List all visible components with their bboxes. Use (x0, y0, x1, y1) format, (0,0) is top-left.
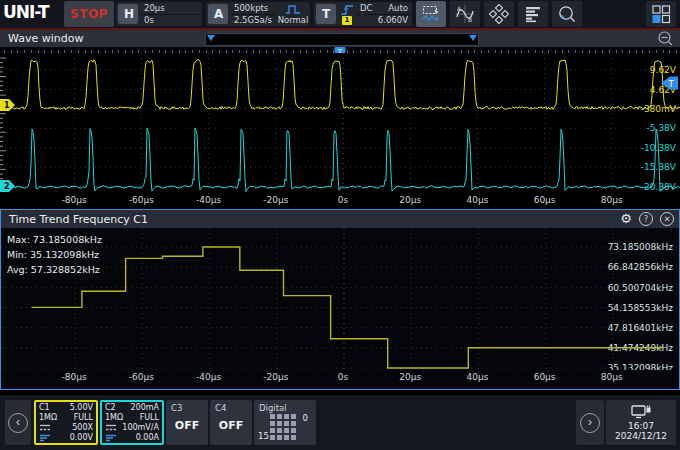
trigger-sweep-value[interactable]: Auto (388, 3, 408, 14)
channel2-box[interactable]: C2200mA 1MΩFULL 100mV/A 0.00A (100, 400, 164, 445)
x-tick-label: 20µs (399, 195, 421, 205)
trend-panel-title: Time Trend Frequency C1 (9, 213, 148, 226)
trend-statistics: Max: 73.185008kHz Min: 35.132098kHz Avg:… (7, 232, 102, 277)
trend-max-value: Max: 73.185008kHz (7, 232, 102, 247)
trigger-source-badge[interactable]: 1 (342, 16, 352, 25)
brand-logo: UNI-T (3, 2, 49, 22)
x-tick-label: -40µs (196, 195, 221, 205)
digital-channel-cell (270, 428, 275, 433)
acquire-menu-button[interactable]: A (208, 4, 228, 24)
wave-window-header: Wave window (0, 30, 680, 47)
trend-avg-value: Avg: 57.328852kHz (7, 262, 102, 277)
sine-ab-icon: A B (455, 4, 475, 24)
x-tick-label: 40µs (466, 195, 488, 205)
digital-channels-box[interactable]: Digital 0 15 (254, 400, 316, 445)
trigger-level-tag-label: T (667, 79, 674, 89)
digital-channel-cell (277, 421, 282, 426)
trigger-coupling-value[interactable]: DC (360, 3, 372, 14)
settings-gear-icon[interactable]: ⚙ (620, 212, 632, 226)
trigger-level-value[interactable]: 6.060V (356, 15, 412, 26)
horizontal-group: H 20µs 0s (116, 2, 202, 26)
system-date: 2024/12/12 (606, 431, 676, 441)
zoom-out-icon[interactable] (657, 30, 674, 47)
frequency-scale-label: 35.132098kHz (608, 363, 674, 370)
voltage-scale-label: -10.38V (641, 143, 677, 153)
frequency-scale-label: 54.158553kHz (608, 303, 674, 313)
voltage-scale-label: -380mV (641, 104, 677, 114)
channel4-box[interactable]: C4 OFF (210, 400, 252, 445)
trigger-menu-button[interactable]: T (316, 4, 336, 24)
channel-tag-label: 1 (4, 101, 10, 110)
digital-channel-cell (277, 414, 282, 419)
xy-mode-button[interactable] (484, 1, 514, 27)
svg-text:A: A (457, 5, 462, 12)
dc-coupling-icon (105, 424, 117, 431)
acquire-group: A 500kpts 2.5GSa/s Normal (206, 2, 310, 26)
x-tick-label: -60µs (129, 372, 154, 382)
window-layout-button[interactable] (646, 1, 676, 27)
sample-rate-value[interactable]: 2.5GSa/s (230, 15, 276, 26)
horizontal-menu-button[interactable]: H (118, 4, 138, 24)
close-icon[interactable]: ✕ (660, 212, 674, 226)
acquire-pulse-icon (285, 4, 301, 15)
clock-box[interactable]: 16:07 2024/12/12 (606, 400, 676, 445)
voltage-scale-label: -20.38V (641, 182, 677, 192)
wave-zoom-scrollbar[interactable] (205, 33, 479, 46)
chevron-right-icon: › (580, 413, 600, 433)
digital-channel-cell (291, 421, 296, 426)
acquire-mode-value[interactable]: Normal (278, 15, 309, 25)
window-layout-icon (651, 4, 671, 24)
digital-channel-cell (270, 435, 275, 440)
diamond-x-icon (489, 4, 509, 24)
wave-time-axis: -80µs-60µs-40µs-20µs0s20µs40µs60µs80µs (0, 195, 680, 209)
scrollbar-right-handle[interactable] (469, 35, 477, 41)
magnifier-icon (557, 4, 577, 24)
usb-display-icon (630, 403, 652, 421)
channel4-state: OFF (210, 419, 252, 432)
x-tick-label: -20µs (263, 372, 288, 382)
trend-panel-header[interactable]: Time Trend Frequency C1 ⚙ ? ✕ (1, 210, 679, 228)
memory-depth-value[interactable]: 500kpts (230, 3, 276, 15)
next-page-button[interactable]: › (576, 400, 604, 445)
scrollbar-left-handle[interactable] (207, 35, 215, 41)
digital-channel-cell (284, 414, 289, 419)
digital-channel-cell (284, 435, 289, 440)
x-tick-label: -20µs (263, 195, 288, 205)
system-time: 16:07 (606, 421, 676, 431)
channel2-offset: 0.00A (136, 433, 159, 442)
svg-text:B: B (468, 16, 472, 23)
math-ab-button[interactable]: A B (450, 1, 480, 27)
trigger-group: T 1 DC Auto 6.060V (314, 2, 412, 26)
previous-page-button[interactable]: ‹ (5, 400, 31, 445)
horizontal-offset-value[interactable]: 0s (140, 15, 202, 26)
trend-plot[interactable]: 73.185008kHz66.842856kHz60.500704kHz54.1… (1, 228, 679, 370)
cursor-tool-button[interactable] (416, 1, 446, 27)
x-tick-label: -80µs (62, 195, 87, 205)
timebase-value[interactable]: 20µs (140, 3, 202, 15)
digital-channel-grid (270, 414, 296, 440)
digital-first-channel: 0 (303, 413, 308, 423)
digital-channel-cell (270, 414, 275, 419)
frequency-scale-label: 60.500704kHz (608, 283, 674, 293)
channel1-probe: 500X (72, 423, 93, 432)
digital-channel-cell (284, 428, 289, 433)
x-tick-label: -80µs (62, 372, 87, 382)
channel2-probe-icon (105, 434, 117, 442)
run-stop-button[interactable]: STOP (64, 1, 114, 27)
digital-channel-cell (291, 435, 296, 440)
chevron-left-icon: ‹ (8, 413, 28, 433)
channel1-offset: 0.00V (70, 433, 93, 442)
channel2-bandwidth: FULL (140, 413, 159, 422)
help-icon[interactable]: ? (639, 212, 653, 226)
results-list-button[interactable] (518, 1, 548, 27)
channel1-box[interactable]: C15.00V 1MΩFULL 500X 0.00V (34, 400, 98, 445)
channel3-box[interactable]: C3 OFF (166, 400, 208, 445)
channel1-probe-icon (39, 434, 51, 442)
search-button[interactable] (552, 1, 582, 27)
x-tick-label: 60µs (534, 372, 556, 382)
x-tick-label: 40µs (466, 372, 488, 382)
x-tick-label: 80µs (601, 195, 623, 205)
digital-channel-cell (291, 428, 296, 433)
wave-plot[interactable]: 9.62V4.62V-380mV-5.38V-10.38V-15.38V-20.… (0, 53, 680, 195)
digital-label: Digital (259, 403, 287, 413)
